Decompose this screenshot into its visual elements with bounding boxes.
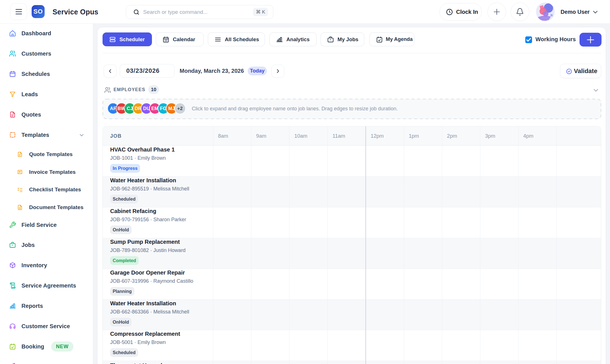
svg-text:12: 12 bbox=[165, 39, 167, 42]
